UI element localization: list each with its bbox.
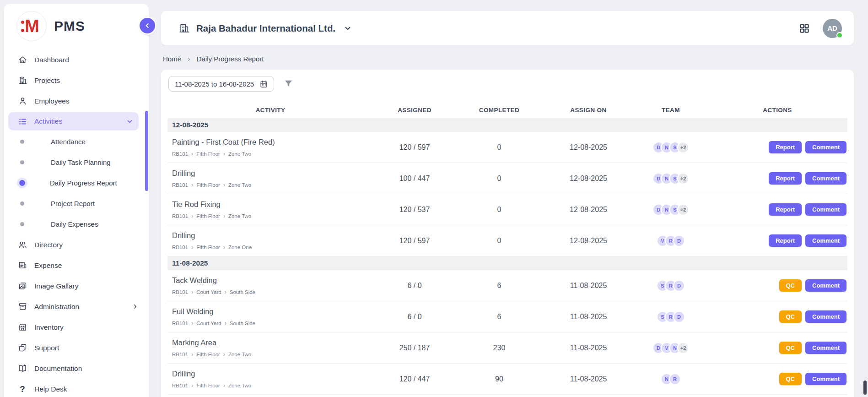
assign-on-cell: 11-08-2025 [543,375,634,383]
date-group-label: 12-08-2025 [172,121,208,129]
sidebar-item-directory[interactable]: Directory [4,234,149,255]
comment-button[interactable]: Comment [805,342,846,354]
qc-button[interactable]: QC [779,342,802,354]
comment-button[interactable]: Comment [805,373,846,385]
comment-button[interactable]: Comment [805,172,846,185]
table-row: Tack WeldingRB101›Court Yard›South Side6… [167,270,847,301]
report-button[interactable]: Report [769,203,802,216]
apps-grid-button[interactable] [799,23,810,34]
person-icon [17,96,27,106]
chevron-right-icon: › [223,351,225,358]
assigned-cell: 6 / 0 [373,313,456,321]
page-scrollbar-thumb[interactable] [863,381,867,395]
path-segment: Zone Two [228,352,251,357]
activity-title: Tack Welding [172,276,373,285]
sidebar-item-activities[interactable]: Activities [8,112,139,131]
date-range-input[interactable]: 11-08-2025 to 16-08-2025 [168,76,274,92]
sidebar-scrollbar-thumb[interactable] [145,111,148,191]
chevron-right-icon: › [225,320,226,326]
sidebar-item-label: Activities [34,117,126,125]
comment-button[interactable]: Comment [805,310,846,323]
sidebar-item-label: Directory [34,241,139,249]
completed-cell: 0 [456,143,543,152]
chevron-right-icon: › [188,55,190,63]
breadcrumb-current: Daily Progress Report [197,55,264,63]
activity-title: Full Welding [172,307,373,316]
activity-path: RB101›Fifth Floor›Zone One [172,244,373,250]
activity-path: RB101›Fifth Floor›Zone Two [172,213,373,219]
company-selector[interactable]: Raja Bahadur International Ltd. [178,22,352,34]
comment-button[interactable]: Comment [805,279,846,292]
sidebar-item-label: Dashboard [34,56,139,64]
company-name: Raja Bahadur International Ltd. [196,23,335,34]
app-title: PMS [54,18,85,34]
completed-cell: 230 [456,344,543,352]
sidebar-item-inventory[interactable]: Inventory [4,317,149,337]
bullet-icon [20,201,24,206]
path-segment: RB101 [172,245,188,250]
report-card: 11-08-2025 to 16-08-2025 ActivityAssigne… [161,70,854,397]
filter-button[interactable] [283,79,294,89]
sidebar-item-documentation[interactable]: Documentation [4,358,149,379]
path-segment: RB101 [172,213,188,219]
path-segment: Fifth Floor [196,182,220,188]
actions-cell: ReportComment [707,234,847,247]
sidebar-item-label: Image Gallary [34,282,139,290]
sidebar-item-label: Documentation [34,364,139,373]
path-segment: RB101 [172,151,188,157]
comment-button[interactable]: Comment [805,203,846,216]
report-button[interactable]: Report [769,234,802,247]
actions-cell: QCComment [707,279,847,292]
assigned-cell: 100 / 447 [373,174,456,183]
team-cell: NR [634,373,707,385]
sidebar-item-label: Employees [34,97,139,105]
sidebar-item-dashboard[interactable]: Dashboard [4,49,149,70]
team-avatar: D [673,311,685,323]
sidebar-item-projects[interactable]: Projects [4,70,149,91]
sidebar-item-image-gallary[interactable]: Image Gallary [4,276,149,296]
logo-m-letter: M [25,16,38,36]
chevron-right-icon: › [225,289,226,295]
report-button[interactable]: Report [769,141,802,153]
user-avatar[interactable]: AD [823,19,842,38]
assign-on-cell: 12-08-2025 [543,143,634,152]
report-button[interactable]: Report [769,172,802,185]
activity-path: RB101›Court Yard›South Side [172,289,373,295]
calendar-icon [259,80,268,88]
team-cell: DNS+2 [634,204,707,216]
breadcrumb-home[interactable]: Home [163,55,181,63]
bullet-icon [20,222,24,226]
sidebar-item-expense[interactable]: Expense [4,255,149,276]
sidebar-item-support[interactable]: Support [4,337,149,358]
qc-button[interactable]: QC [779,310,802,323]
comment-button[interactable]: Comment [805,141,846,153]
book-icon [17,364,27,374]
path-segment: RB101 [172,321,188,326]
sidebar-item-help-desk[interactable]: ?Help Desk [4,379,149,397]
chevron-right-icon: › [191,289,193,295]
sidebar-item-attendance[interactable]: Attendance [4,131,149,152]
actions-cell: QCComment [707,342,847,354]
sidebar-item-project-report[interactable]: Project Report [4,193,149,214]
sidebar-item-employees[interactable]: Employees [4,91,149,111]
comment-button[interactable]: Comment [805,234,846,247]
archive-icon [17,302,27,312]
sidebar-item-administration[interactable]: Administration [4,296,149,317]
qc-button[interactable]: QC [779,279,802,292]
sidebar-item-daily-task-planning[interactable]: Daily Task Planning [4,152,149,173]
team-cell: VRD [634,235,707,247]
sidebar-item-label: Daily Task Planning [51,158,111,166]
assigned-cell: 120 / 447 [373,375,456,383]
sidebar-item-label: Inventory [34,323,139,332]
chevron-left-icon [144,22,151,29]
sidebar-item-daily-expenses[interactable]: Daily Expenses [4,214,149,234]
qc-button[interactable]: QC [779,373,802,385]
sidebar-collapse-button[interactable] [140,18,155,33]
pms-logo-icon: M [16,11,47,41]
team-cell: DNS+2 [634,141,707,153]
activity-cell: Full WeldingRB101›Court Yard›South Side [167,307,373,326]
receipt-icon [17,261,27,271]
actions-cell: ReportComment [707,141,847,153]
sidebar-item-daily-progress-report[interactable]: Daily Progress Report [4,173,149,193]
path-segment: Zone Two [228,383,251,388]
